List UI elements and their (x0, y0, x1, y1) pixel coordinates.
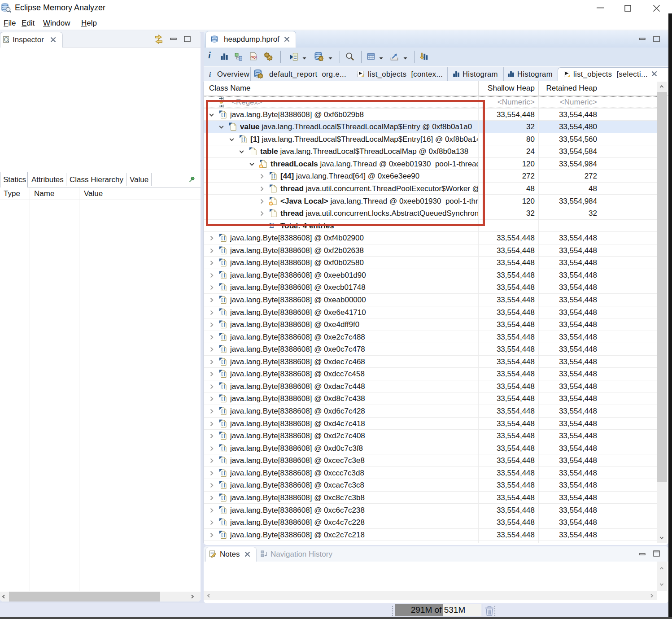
svg-text:OQL: OQL (251, 55, 257, 59)
